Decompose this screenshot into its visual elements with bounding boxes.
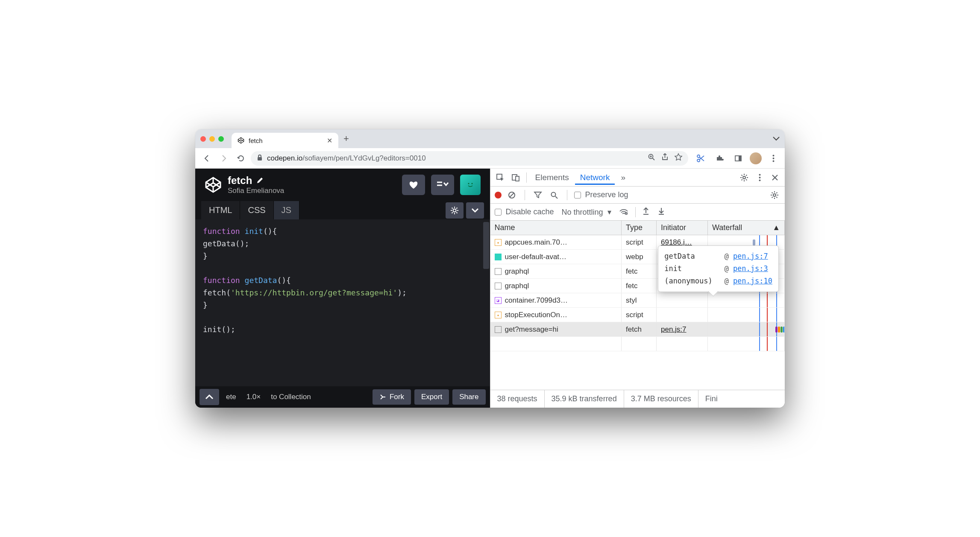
editor-tabs-row: HTML CSS JS (195, 201, 490, 219)
footer-expand-icon[interactable] (200, 389, 219, 405)
url-text: codepen.io/sofiayem/pen/LYdGvLg?editors=… (267, 154, 426, 163)
fetch-file-icon (495, 268, 502, 275)
record-button[interactable] (495, 192, 502, 198)
devtools-close-icon[interactable] (768, 171, 782, 184)
edit-title-icon[interactable] (256, 175, 264, 187)
upload-icon[interactable] (643, 207, 649, 217)
inspect-element-icon[interactable] (493, 171, 508, 184)
svg-line-2 (653, 158, 655, 161)
close-window[interactable] (200, 136, 206, 142)
sidepanel-icon[interactable] (731, 151, 745, 166)
address-bar[interactable]: codepen.io/sofiayem/pen/LYdGvLg?editors=… (251, 151, 688, 166)
svg-point-18 (453, 209, 456, 212)
tab-html[interactable]: HTML (201, 201, 240, 219)
network-conditions-icon[interactable] (619, 207, 628, 217)
zoom-icon[interactable] (648, 153, 655, 163)
th-initiator[interactable]: Initiator (657, 221, 708, 235)
devtools-settings-icon[interactable] (737, 171, 751, 184)
network-table: Name Type Initiator Waterfall▲ ⬥appcues.… (490, 221, 785, 390)
tab-elements[interactable]: Elements (530, 170, 574, 185)
view-switch-button[interactable] (431, 175, 454, 195)
svg-rect-10 (739, 156, 741, 161)
svg-line-45 (510, 193, 514, 197)
reload-button[interactable] (234, 151, 248, 166)
code-editor[interactable]: function init(){ getData();} function ge… (195, 219, 490, 386)
status-transferred: 35.9 kB transferred (545, 390, 624, 408)
preserve-log-label: Preserve log (585, 190, 628, 199)
network-toolbar: Preserve log (490, 187, 785, 204)
svg-point-13 (772, 160, 774, 162)
forward-button[interactable] (217, 151, 231, 166)
tab-more[interactable]: » (616, 170, 631, 185)
th-name[interactable]: Name (490, 221, 622, 235)
maximize-window[interactable] (218, 136, 224, 142)
network-settings-icon[interactable] (769, 191, 780, 199)
th-type[interactable]: Type (622, 221, 657, 235)
table-row[interactable]: ⬥stopExecutionOn…script (490, 308, 785, 322)
tab-js[interactable]: JS (274, 201, 299, 219)
pen-author: Sofia Emelianova (228, 187, 284, 195)
download-icon[interactable] (658, 207, 665, 217)
svg-point-12 (772, 158, 774, 159)
stack-link[interactable]: pen.js:3 (733, 264, 768, 273)
clear-button[interactable] (506, 191, 518, 199)
tab-overflow-icon[interactable] (773, 135, 780, 143)
lock-icon (257, 155, 263, 162)
initiator-stack-tooltip: getData @ pen.js:7init @ pen.js:3(anonym… (658, 245, 779, 292)
export-button[interactable]: Export (414, 389, 449, 405)
device-toolbar-icon[interactable] (508, 171, 523, 184)
love-button[interactable] (402, 175, 425, 195)
svg-rect-0 (258, 157, 262, 161)
search-icon[interactable] (548, 191, 560, 199)
share-icon[interactable] (661, 153, 669, 163)
script-file-icon: ⬥ (495, 239, 502, 246)
close-tab-icon[interactable]: ✕ (327, 137, 332, 145)
profile-avatar[interactable] (750, 152, 762, 164)
scrollbar[interactable] (483, 222, 489, 269)
editor-dropdown-icon[interactable] (466, 202, 484, 219)
scissors-icon[interactable] (693, 151, 708, 166)
new-tab-button[interactable]: + (343, 133, 349, 144)
table-row[interactable]: ◪container.7099d3…styl (490, 293, 785, 308)
minimize-window[interactable] (209, 136, 215, 142)
svg-line-38 (746, 175, 747, 175)
footer-fragment: ete (223, 393, 240, 401)
svg-point-46 (551, 192, 555, 196)
preserve-log-checkbox[interactable] (574, 192, 581, 198)
th-waterfall[interactable]: Waterfall▲ (708, 221, 785, 235)
svg-line-47 (555, 196, 557, 198)
footer-zoom[interactable]: 1.0× (243, 393, 264, 401)
browser-tab[interactable]: fetch ✕ (232, 133, 338, 148)
filter-icon[interactable] (532, 192, 544, 198)
disable-cache-checkbox[interactable] (495, 209, 502, 216)
svg-point-30 (743, 176, 745, 179)
window-controls (200, 136, 224, 142)
bookmark-icon[interactable] (675, 153, 682, 163)
menu-icon[interactable] (766, 151, 780, 166)
browser-window: fetch ✕ + codepen.io/sofiayem/pen/LYdGvL… (195, 129, 785, 408)
editor-settings-icon[interactable] (446, 202, 464, 219)
throttling-select[interactable]: No throttling ▾ (562, 207, 611, 217)
svg-point-17 (471, 183, 472, 184)
svg-point-48 (773, 194, 776, 196)
back-button[interactable] (200, 151, 214, 166)
extensions-icon[interactable] (712, 151, 727, 166)
status-requests: 38 requests (490, 390, 545, 408)
svg-line-55 (772, 197, 773, 198)
svg-line-26 (456, 207, 457, 208)
svg-point-41 (759, 179, 760, 181)
table-row[interactable]: get?message=hifetchpen.js:7 (490, 322, 785, 337)
tab-network[interactable]: Network (575, 170, 615, 185)
stack-link[interactable]: pen.js:10 (733, 277, 772, 285)
fork-button[interactable]: Fork (373, 389, 411, 405)
style-file-icon: ◪ (495, 297, 502, 304)
tab-css[interactable]: CSS (240, 201, 273, 219)
stack-link[interactable]: pen.js:7 (733, 252, 768, 260)
svg-line-24 (456, 212, 457, 213)
codepen-footer: ete 1.0× to Collection Fork Export Share (195, 386, 490, 408)
share-button[interactable]: Share (452, 389, 485, 405)
fetch-file-icon (495, 283, 502, 289)
footer-collection[interactable]: to Collection (267, 393, 314, 401)
devtools-menu-icon[interactable] (752, 171, 767, 184)
user-avatar[interactable] (460, 175, 481, 195)
